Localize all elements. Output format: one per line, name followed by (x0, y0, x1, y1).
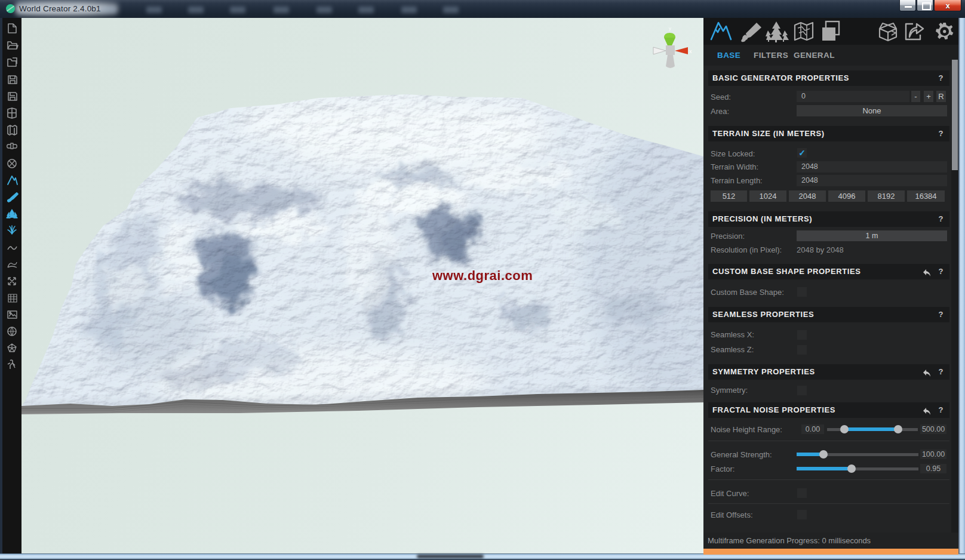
svg-text:x: x (689, 48, 692, 54)
svg-text:y: y (669, 26, 671, 31)
